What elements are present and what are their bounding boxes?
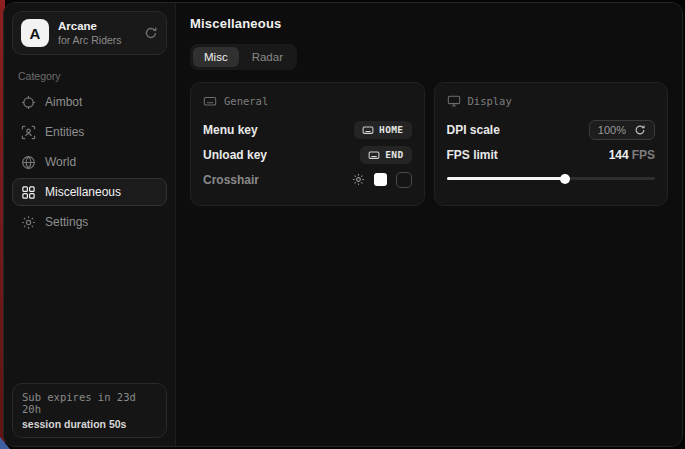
sidebar-item-label: Settings bbox=[45, 215, 88, 229]
fps-slider-thumb[interactable] bbox=[560, 174, 570, 184]
crosshair-icon bbox=[21, 95, 36, 110]
grid-icon bbox=[21, 185, 36, 200]
crosshair-color-swatch[interactable] bbox=[374, 173, 387, 186]
keyboard-icon bbox=[362, 124, 374, 136]
sidebar-item-miscellaneous[interactable]: Miscellaneous bbox=[12, 178, 167, 206]
fps-unit: FPS bbox=[632, 148, 655, 162]
brand-text: Arcane for Arc Riders bbox=[58, 19, 135, 47]
menu-key-row: Menu key HOME bbox=[203, 117, 412, 142]
tab-strip: Misc Radar bbox=[190, 44, 297, 70]
sidebar-item-label: World bbox=[45, 155, 76, 169]
monitor-icon bbox=[447, 94, 461, 108]
sub-expiry-text: Sub expires in 23d 20h bbox=[22, 391, 157, 415]
menu-key-value: HOME bbox=[379, 124, 403, 135]
fps-slider-fill bbox=[447, 177, 566, 180]
menu-key-label: Menu key bbox=[203, 123, 258, 137]
refresh-icon[interactable] bbox=[634, 124, 646, 136]
unload-key-value: END bbox=[385, 149, 403, 160]
general-panel: General Menu key HOME bbox=[190, 82, 425, 206]
page-title: Miscellaneous bbox=[190, 16, 668, 31]
mouse-cursor bbox=[0, 437, 10, 449]
display-panel-header: Display bbox=[447, 94, 656, 108]
unload-key-row: Unload key END bbox=[203, 142, 412, 167]
fps-limit-row: FPS limit 144FPS bbox=[447, 142, 656, 167]
app-subtitle: for Arc Riders bbox=[58, 34, 135, 47]
fps-limit-value: 144FPS bbox=[609, 148, 655, 162]
unload-key-label: Unload key bbox=[203, 148, 267, 162]
crosshair-label: Crosshair bbox=[203, 173, 259, 187]
fps-number: 144 bbox=[609, 148, 629, 162]
screen: A Arcane for Arc Riders Category bbox=[0, 0, 685, 449]
tab-misc[interactable]: Misc bbox=[193, 47, 239, 67]
sidebar-item-label: Aimbot bbox=[45, 95, 82, 109]
subscription-card: Sub expires in 23d 20h session duration … bbox=[12, 383, 167, 438]
display-panel-title: Display bbox=[468, 95, 512, 107]
category-label: Category bbox=[18, 70, 167, 82]
crosshair-settings-gear-icon[interactable] bbox=[352, 173, 365, 186]
menu-key-bind-button[interactable]: HOME bbox=[354, 121, 411, 139]
panels-row: General Menu key HOME bbox=[190, 82, 668, 206]
refresh-icon[interactable] bbox=[144, 26, 158, 40]
session-duration-text: session duration 50s bbox=[22, 418, 157, 430]
general-panel-title: General bbox=[224, 95, 268, 107]
dpi-scale-label: DPI scale bbox=[447, 123, 500, 137]
crosshair-checkbox[interactable] bbox=[396, 172, 412, 188]
unload-key-bind-button[interactable]: END bbox=[360, 146, 411, 164]
sidebar: A Arcane for Arc Riders Category bbox=[4, 3, 176, 446]
dpi-scale-value: 100% bbox=[598, 124, 626, 136]
sidebar-item-world[interactable]: World bbox=[12, 148, 167, 176]
dpi-scale-row: DPI scale 100% bbox=[447, 117, 656, 142]
fps-limit-slider[interactable] bbox=[447, 171, 656, 185]
crosshair-controls bbox=[352, 172, 412, 188]
crosshair-row: Crosshair bbox=[203, 167, 412, 192]
gear-icon bbox=[21, 215, 36, 230]
app-window: A Arcane for Arc Riders Category bbox=[3, 2, 683, 447]
main-content: Miscellaneous Misc Radar Gene bbox=[176, 3, 682, 446]
entities-icon bbox=[21, 125, 36, 140]
globe-icon bbox=[21, 155, 36, 170]
keyboard-icon bbox=[203, 94, 217, 108]
general-panel-header: General bbox=[203, 94, 412, 108]
fps-limit-label: FPS limit bbox=[447, 148, 498, 162]
app-logo: A bbox=[21, 19, 49, 47]
sidebar-item-aimbot[interactable]: Aimbot bbox=[12, 88, 167, 116]
tab-radar[interactable]: Radar bbox=[241, 47, 294, 67]
dpi-scale-control[interactable]: 100% bbox=[589, 120, 655, 140]
sidebar-item-entities[interactable]: Entities bbox=[12, 118, 167, 146]
brand-card: A Arcane for Arc Riders bbox=[12, 11, 167, 55]
app-title: Arcane bbox=[58, 19, 135, 33]
sidebar-nav: Aimbot Entities bbox=[12, 88, 167, 236]
keyboard-icon bbox=[368, 149, 380, 161]
sidebar-item-label: Miscellaneous bbox=[45, 185, 121, 199]
sidebar-item-settings[interactable]: Settings bbox=[12, 208, 167, 236]
display-panel: Display DPI scale 100% bbox=[434, 82, 669, 206]
sidebar-item-label: Entities bbox=[45, 125, 84, 139]
